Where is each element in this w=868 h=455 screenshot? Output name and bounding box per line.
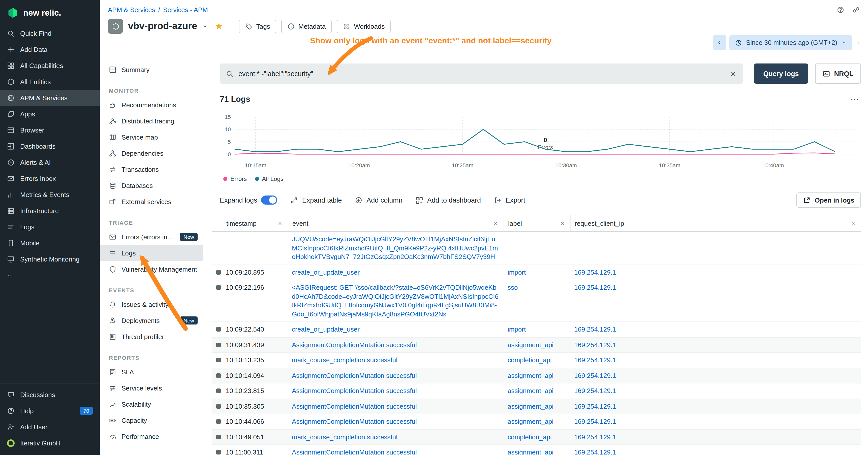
event-link[interactable]: mark_course_completion successful	[292, 433, 398, 441]
table-row[interactable]: 10:10:23.815 AssignmentCompletionMutatio…	[212, 384, 861, 399]
table-row[interactable]: 10:10:13.235 mark_course_completion succ…	[212, 353, 861, 368]
subnav-item-thread-profiler[interactable]: Thread profiler	[100, 328, 203, 345]
ip-link[interactable]: 169.254.129.1	[574, 268, 616, 276]
ip-link[interactable]: 169.254.129.1	[574, 325, 616, 333]
row-select-icon[interactable]	[216, 450, 221, 455]
subnav-item-transactions[interactable]: Transactions	[100, 161, 203, 177]
more-options-icon[interactable]: ⋯	[850, 94, 861, 105]
open-in-logs-button[interactable]: Open in logs	[797, 193, 861, 207]
subnav-item-capacity[interactable]: Capacity	[100, 412, 203, 428]
breadcrumb-apm-services[interactable]: APM & Services	[108, 6, 155, 13]
event-link[interactable]: JUQVU&code=eyJraWQiOiJjcGltY29yZV8wOTl1M…	[292, 235, 498, 260]
tags-button[interactable]: Tags	[239, 20, 276, 33]
table-row[interactable]: 10:10:44.066 AssignmentCompletionMutatio…	[212, 414, 861, 429]
clear-query-icon[interactable]	[730, 70, 737, 77]
table-row[interactable]: 10:09:20.895 create_or_update_user impor…	[212, 265, 861, 280]
help-circle-icon[interactable]	[837, 6, 844, 13]
ip-link[interactable]: 169.254.129.1	[574, 433, 616, 441]
table-row[interactable]: 10:09:31.439 AssignmentCompletionMutatio…	[212, 337, 861, 353]
ip-link[interactable]: 169.254.129.1	[574, 356, 616, 364]
legend-errors[interactable]: Errors	[223, 175, 247, 183]
sidebar-item-discussions[interactable]: Discussions	[0, 387, 100, 402]
subnav-item-recommendations[interactable]: Recommendations	[100, 97, 203, 113]
expand-table-button[interactable]: Expand table	[290, 196, 342, 204]
add-column-button[interactable]: Add column	[355, 196, 403, 204]
column-header-timestamp[interactable]: timestamp	[212, 215, 288, 231]
label-link[interactable]: assignment_api	[507, 371, 554, 379]
add-to-dashboard-button[interactable]: Add to dashboard	[415, 196, 481, 204]
workloads-button[interactable]: Workloads	[337, 20, 391, 33]
sidebar-item-logs[interactable]: Logs	[0, 219, 100, 235]
time-forward-button[interactable]	[856, 40, 861, 45]
row-select-icon[interactable]	[216, 343, 221, 347]
ip-link[interactable]: 169.254.129.1	[574, 387, 616, 394]
ip-link[interactable]: 169.254.129.1	[574, 284, 616, 291]
subnav-item-service-map[interactable]: Service map	[100, 129, 203, 145]
sidebar-item-browser[interactable]: Browser	[0, 122, 100, 138]
row-select-icon[interactable]	[216, 419, 221, 424]
event-link[interactable]: AssignmentCompletionMutation successful	[292, 371, 417, 379]
event-link[interactable]: AssignmentCompletionMutation successful	[292, 402, 417, 410]
subnav-item-databases[interactable]: Databases	[100, 177, 203, 194]
row-select-icon[interactable]	[216, 404, 221, 409]
sidebar-item-metrics-events[interactable]: Metrics & Events	[0, 187, 100, 202]
favorite-star-icon[interactable]: ★	[215, 21, 223, 32]
breadcrumb-services-apm[interactable]: Services - APM	[163, 6, 208, 13]
event-link[interactable]: AssignmentCompletionMutation successful	[292, 449, 417, 455]
remove-column-icon[interactable]	[277, 221, 283, 226]
remove-column-icon[interactable]	[559, 221, 565, 226]
subnav-item-dependencies[interactable]: Dependencies	[100, 145, 203, 161]
table-row[interactable]: 10:09:22.540 create_or_update_user impor…	[212, 322, 861, 337]
ip-link[interactable]: 169.254.129.1	[574, 418, 616, 425]
event-link[interactable]: create_or_update_user	[292, 268, 360, 276]
permalink-icon[interactable]	[852, 6, 860, 13]
sidebar-item-dashboards[interactable]: Dashboards	[0, 138, 100, 154]
row-select-icon[interactable]	[216, 285, 221, 290]
sidebar-item-help[interactable]: Help70	[0, 402, 100, 419]
row-select-icon[interactable]	[216, 327, 221, 331]
nrql-button[interactable]: NRQL	[815, 64, 861, 84]
sidebar-item-alerts-ai[interactable]: Alerts & AI	[0, 154, 100, 170]
sidebar-item-all-entities[interactable]: All Entities	[0, 73, 100, 90]
row-select-icon[interactable]	[216, 389, 221, 393]
legend-all-logs[interactable]: All Logs	[255, 175, 283, 183]
table-row[interactable]: 10:10:14.094 AssignmentCompletionMutatio…	[212, 368, 861, 384]
time-range-picker[interactable]: Since 30 minutes ago (GMT+2)	[730, 35, 852, 50]
column-header-request-client-ip[interactable]: request_client_ip	[570, 215, 861, 231]
ip-link[interactable]: 169.254.129.1	[574, 371, 616, 379]
ip-link[interactable]: 169.254.129.1	[574, 449, 616, 455]
sidebar-item-synthetic-monitoring[interactable]: Synthetic Monitoring	[0, 251, 100, 267]
event-link[interactable]: AssignmentCompletionMutation successful	[292, 387, 417, 394]
query-logs-button[interactable]: Query logs	[754, 64, 808, 84]
remove-column-icon[interactable]	[493, 221, 498, 226]
event-link[interactable]: create_or_update_user	[292, 325, 360, 333]
row-select-icon[interactable]	[216, 358, 221, 362]
subnav-item-errors-errors-inb[interactable]: Errors (errors inb...New	[100, 229, 203, 245]
time-back-button[interactable]	[713, 35, 726, 50]
sidebar-item-add-user[interactable]: Add User	[0, 419, 100, 435]
ip-link[interactable]: 169.254.129.1	[574, 341, 616, 349]
label-link[interactable]: assignment_api	[507, 387, 554, 394]
subnav-item-service-levels[interactable]: Service levels	[100, 380, 203, 396]
metadata-button[interactable]: Metadata	[281, 20, 332, 33]
subnav-item-performance[interactable]: Performance	[100, 428, 203, 445]
subnav-item-distributed-tracing[interactable]: Distributed tracing	[100, 113, 203, 129]
subnav-item-issues-activity[interactable]: Issues & activity	[100, 296, 203, 313]
table-row[interactable]: JUQVU&code=eyJraWQiOiJjcGltY29yZV8wOTl1M…	[212, 232, 861, 265]
sidebar-item-infrastructure[interactable]: Infrastructure	[0, 202, 100, 219]
row-select-icon[interactable]	[216, 373, 221, 378]
log-query-input[interactable]	[239, 70, 724, 77]
title-chevron-down-icon[interactable]	[203, 24, 208, 29]
table-row[interactable]: 10:10:49.051 mark_course_completion succ…	[212, 429, 861, 445]
sidebar-item-apps[interactable]: Apps	[0, 106, 100, 122]
subnav-item-external-services[interactable]: External services	[100, 194, 203, 209]
expand-logs-toggle[interactable]	[261, 195, 278, 204]
row-select-icon[interactable]	[216, 270, 221, 274]
sidebar-item-iterativ-gmbh[interactable]: Iterativ GmbH	[0, 435, 100, 451]
sidebar-item-errors-inbox[interactable]: Errors Inbox	[0, 170, 100, 187]
subnav-item-deployments[interactable]: DeploymentsNew	[100, 313, 203, 328]
event-link[interactable]: <ASGIRequest: GET '/sso/callback/?state=…	[292, 284, 498, 318]
table-row[interactable]: 10:10:35.305 AssignmentCompletionMutatio…	[212, 399, 861, 414]
subnav-item-logs[interactable]: Logs	[100, 245, 203, 261]
table-row[interactable]: 10:09:22.196 <ASGIRequest: GET '/sso/cal…	[212, 280, 861, 322]
